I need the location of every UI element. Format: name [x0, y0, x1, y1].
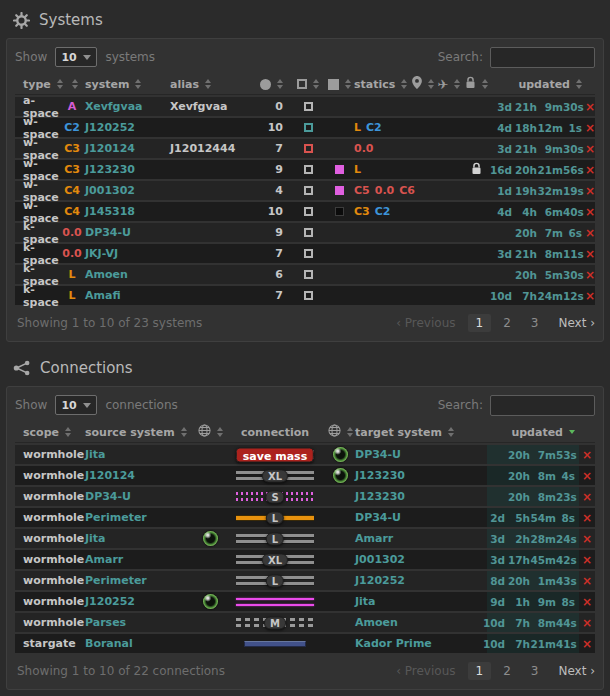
delete-connection-button[interactable]: ×: [582, 470, 592, 482]
target-system-link[interactable]: J120252: [355, 571, 487, 590]
delete-system-button[interactable]: ×: [585, 122, 595, 134]
source-system-link[interactable]: Jita: [85, 445, 195, 464]
delete-system-button[interactable]: ×: [585, 227, 595, 239]
systems-search-input[interactable]: [490, 47, 595, 68]
delete-system-button[interactable]: ×: [585, 164, 595, 176]
system-name-link[interactable]: Xevfgvaa: [85, 97, 170, 116]
delete-connection-button[interactable]: ×: [582, 638, 592, 650]
col-plane-icon[interactable]: ✈: [436, 74, 462, 94]
page-1-button[interactable]: 1: [468, 662, 492, 680]
plane-cell: [436, 244, 462, 263]
connections-page-size-select[interactable]: 10: [55, 395, 97, 415]
system-type: k-space: [15, 265, 59, 284]
connections-search-input[interactable]: [490, 395, 595, 416]
target-system-link[interactable]: J001302: [355, 550, 487, 569]
sort-icon: [313, 79, 319, 89]
source-system-link[interactable]: Boranal: [85, 634, 195, 653]
col-effect-square-filled-icon[interactable]: [324, 74, 354, 94]
delete-connection-button[interactable]: ×: [582, 533, 592, 545]
delete-connection-button[interactable]: ×: [582, 596, 592, 608]
system-name-link[interactable]: J001302: [85, 181, 170, 200]
col-type[interactable]: type: [15, 74, 59, 94]
col-target-system[interactable]: target system: [355, 422, 487, 442]
next-button[interactable]: Next ›: [558, 316, 595, 330]
source-system-link[interactable]: Perimeter: [85, 508, 195, 527]
page-size-value: 10: [61, 51, 76, 64]
col-scope[interactable]: scope: [15, 422, 85, 442]
delete-connection-button[interactable]: ×: [582, 617, 592, 629]
globe-icon: [198, 424, 211, 440]
target-system-link[interactable]: DP34-U: [355, 508, 487, 527]
system-name-link[interactable]: J145318: [85, 202, 170, 221]
delete-system-button[interactable]: ×: [585, 290, 595, 302]
target-system-link[interactable]: Amoen: [355, 613, 487, 632]
delete-system-button[interactable]: ×: [585, 185, 595, 197]
delete-system-button[interactable]: ×: [585, 248, 595, 260]
page-2-button[interactable]: 2: [495, 662, 519, 680]
target-system-link[interactable]: DP34-U: [355, 445, 487, 464]
col-alias[interactable]: alias: [170, 74, 260, 94]
delete-connection-button[interactable]: ×: [582, 575, 592, 587]
source-system-link[interactable]: Perimeter: [85, 571, 195, 590]
source-system-link[interactable]: J120252: [85, 592, 195, 611]
target-system-link[interactable]: J123230: [355, 466, 487, 485]
col-security[interactable]: [59, 74, 85, 94]
col-target-globe-icon[interactable]: [325, 422, 355, 442]
col-map-pin-icon[interactable]: [410, 74, 436, 94]
source-system-link[interactable]: Parses: [85, 613, 195, 632]
connection-bar: L: [236, 511, 314, 524]
col-pilots-circle-icon[interactable]: [260, 74, 292, 94]
previous-button[interactable]: ‹ Previous: [396, 664, 455, 678]
time-segment: 7m: [537, 227, 563, 239]
previous-button[interactable]: ‹ Previous: [396, 316, 455, 330]
sort-icon: [345, 79, 351, 89]
col-source-globe-icon[interactable]: [195, 422, 225, 442]
delete-system-button[interactable]: ×: [585, 269, 595, 281]
pin-cell: [410, 265, 436, 284]
page-3-button[interactable]: 3: [523, 314, 547, 332]
source-system-link[interactable]: Amarr: [85, 550, 195, 569]
page-3-button[interactable]: 3: [523, 662, 547, 680]
system-name-link[interactable]: JKJ-VJ: [85, 244, 170, 263]
page-2-button[interactable]: 2: [495, 314, 519, 332]
source-system-link[interactable]: J120124: [85, 466, 195, 485]
col-updated[interactable]: updated: [487, 422, 579, 442]
col-system[interactable]: system: [85, 74, 170, 94]
col-updated[interactable]: updated: [490, 74, 582, 94]
target-system-link[interactable]: Kador Prime: [355, 634, 487, 653]
page-1-button[interactable]: 1: [468, 314, 492, 332]
delete-connection-button[interactable]: ×: [582, 491, 592, 503]
connections-table-row: wormholeDP34-USJ12323020h8m23s×: [15, 487, 595, 506]
col-lock-icon[interactable]: [462, 74, 490, 94]
system-name-link[interactable]: J120124: [85, 139, 170, 158]
security-label: A: [68, 100, 77, 113]
target-system-link[interactable]: Amarr: [355, 529, 487, 548]
target-system-link[interactable]: Jita: [355, 592, 487, 611]
system-name-link[interactable]: J123230: [85, 160, 170, 179]
system-name-link[interactable]: Amoen: [85, 265, 170, 284]
next-button[interactable]: Next ›: [558, 664, 595, 678]
source-system-link[interactable]: DP34-U: [85, 487, 195, 506]
system-name-link[interactable]: DP34-U: [85, 223, 170, 242]
updated-cell: 4d4h6m40s: [490, 202, 582, 221]
time-segment: 20h: [505, 449, 530, 461]
delete-system-button[interactable]: ×: [585, 143, 595, 155]
updated-time: 20h8m4s: [483, 470, 575, 482]
col-source-system[interactable]: source system: [85, 422, 195, 442]
delete-connection-button[interactable]: ×: [582, 449, 592, 461]
delete-system-button[interactable]: ×: [585, 206, 595, 218]
effect-square-icon: [335, 165, 344, 174]
system-name-link[interactable]: Amafi: [85, 286, 170, 305]
source-system-link[interactable]: Jita: [85, 529, 195, 548]
target-system-link[interactable]: J123230: [355, 487, 487, 506]
delete-connection-button[interactable]: ×: [582, 512, 592, 524]
delete-connection-button[interactable]: ×: [582, 554, 592, 566]
delete-system-button[interactable]: ×: [585, 101, 595, 113]
updated-time: 16d20h21m56s: [490, 164, 582, 176]
systems-page-size-select[interactable]: 10: [55, 47, 97, 67]
col-statics[interactable]: statics: [354, 74, 410, 94]
system-name-link[interactable]: J120252: [85, 118, 170, 137]
lock-cell: [462, 202, 490, 221]
col-status-square-outline-icon[interactable]: [292, 74, 324, 94]
connection-bar: L: [236, 574, 314, 587]
